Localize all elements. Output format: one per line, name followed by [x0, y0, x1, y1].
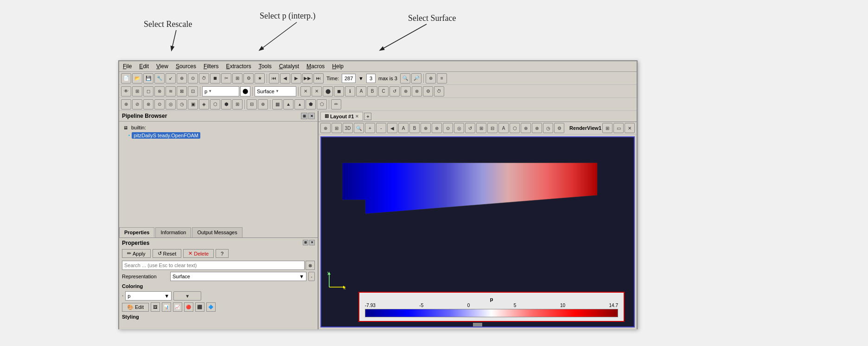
rv-btn8[interactable]: A [398, 123, 408, 133]
rv-btn21[interactable]: ◷ [543, 123, 553, 133]
tb-btn-r6[interactable]: ◷ [177, 99, 187, 109]
pipeline-foam-name[interactable]: pitzDailyS teady.OpenFOAM [132, 132, 200, 139]
rv-btn11[interactable]: ⊗ [432, 123, 442, 133]
rv-btn15[interactable]: ⊞ [476, 123, 486, 133]
p-interp-dropdown[interactable]: p ▼ [202, 86, 239, 96]
tb-btn-r10[interactable]: ⬢ [221, 99, 231, 109]
tb-btn-a2[interactable]: ⊡ [188, 86, 198, 96]
tb-btn-r2[interactable]: ⊘ [132, 99, 142, 109]
rv-btn18[interactable]: ⬡ [510, 123, 520, 133]
tb-btn-settings[interactable]: ⚙ [423, 86, 433, 96]
tb-btn-cam3[interactable]: ⊗ [412, 86, 422, 96]
rescale-btn[interactable]: ⬤ [240, 86, 250, 96]
rv-btn14[interactable]: ↺ [465, 123, 475, 133]
rv-btn2[interactable]: ⊞ [332, 123, 342, 133]
rv-btn6[interactable]: - [376, 123, 386, 133]
tb-btn-7[interactable]: ⊙ [188, 73, 198, 83]
tab-properties[interactable]: Properties [119, 227, 154, 237]
tab-information[interactable]: Information [155, 227, 191, 237]
tb-btn-stop[interactable]: ⏹ [210, 73, 220, 83]
tb-btn-extra2[interactable]: ≡ [437, 73, 447, 83]
edit-icon-btn1[interactable]: 🖼 [151, 302, 160, 312]
tb-btn-r4[interactable]: ⊙ [154, 99, 165, 109]
rv-ctrl2[interactable]: ▭ [613, 123, 624, 133]
delete-button[interactable]: ✕ Delete [183, 249, 214, 258]
tb-btn-clock[interactable]: ⏱ [199, 73, 209, 83]
tb-btn-prev[interactable]: ◀ [280, 73, 290, 83]
tb-new-btn[interactable]: 📄 [121, 73, 131, 83]
surface-dropdown[interactable]: Surface ▼ [255, 86, 296, 96]
tb-btn-r7[interactable]: ▣ [188, 99, 198, 109]
tb-btn-r5[interactable]: ◎ [166, 99, 176, 109]
rv-btn16[interactable]: ⊟ [487, 123, 498, 133]
tb-btn-last[interactable]: ⏭ [313, 73, 324, 83]
menu-tools[interactable]: Tools [257, 62, 274, 70]
tb-btn-first[interactable]: ⏮ [269, 73, 279, 83]
rv-btn7[interactable]: ◀ [387, 123, 397, 133]
search-input[interactable] [122, 261, 305, 270]
rv-btn12[interactable]: ⊙ [443, 123, 453, 133]
tb-btn-4[interactable]: 🔧 [154, 73, 165, 83]
tb-btn-r16[interactable]: ▴ [294, 99, 305, 109]
tb-btn-r15[interactable]: ▲ [283, 99, 294, 109]
tb-btn-r1[interactable]: ⊕ [121, 99, 131, 109]
tb-btn-reset-cam[interactable]: ↺ [389, 86, 400, 96]
pipeline-float-btn[interactable]: ⊞ [301, 113, 307, 119]
menu-view[interactable]: View [154, 62, 170, 70]
tb-btn-zoom-in[interactable]: 🔍 [400, 73, 410, 83]
tb-btn-r12[interactable]: ⊟ [247, 99, 257, 109]
layout-tab[interactable]: ⊞ Layout #1 ✕ [320, 112, 363, 121]
tb-btn-x2[interactable]: ✕ [312, 86, 322, 96]
coloring-dropdown[interactable]: p ▼ [125, 291, 172, 301]
menu-extractors[interactable]: Extractors [224, 62, 253, 70]
tb-btn-zoom-out[interactable]: 🔎 [411, 73, 421, 83]
tb-btn-r14[interactable]: ▦ [272, 99, 282, 109]
rv-btn9[interactable]: B [409, 123, 420, 133]
rv-ctrl1[interactable]: ⊞ [602, 123, 613, 133]
prop-close-btn[interactable]: ✕ [309, 240, 315, 245]
representation-dropdown[interactable]: Surface ▼ [170, 272, 306, 281]
tb-btn-5[interactable]: ↙ [166, 73, 176, 83]
tb-btn-layers[interactable]: ≋ [166, 86, 176, 96]
menu-macros[interactable]: Macros [305, 62, 326, 70]
edit-button[interactable]: 🎨 Edit [122, 303, 149, 312]
add-layout-btn[interactable]: + [364, 113, 371, 120]
apply-button[interactable]: ✏ Apply [122, 249, 151, 258]
rv-btn4[interactable]: 🔍 [354, 123, 364, 133]
rv-btn1[interactable]: ⊕ [320, 123, 331, 133]
tb-btn-r11[interactable]: ⊞ [232, 99, 243, 109]
tb-btn-clock2[interactable]: ⏱ [434, 86, 444, 96]
menu-edit[interactable]: Edit [137, 62, 151, 70]
tb-btn-cam2[interactable]: ⊕ [401, 86, 411, 96]
rv-btn19[interactable]: ⊕ [521, 123, 531, 133]
rv-btn20[interactable]: ⊗ [532, 123, 542, 133]
help-button[interactable]: ? [216, 249, 229, 258]
tb-btn-gear[interactable]: ⚙ [243, 73, 254, 83]
edit-icon-btn3[interactable]: 📈 [173, 302, 182, 312]
layout-tab-close[interactable]: ✕ [355, 114, 359, 119]
tb-btn-a1[interactable]: ⊠ [177, 86, 187, 96]
tb-btn-star[interactable]: ★ [255, 73, 265, 83]
rv-btn17[interactable]: A [498, 123, 509, 133]
tab-output-messages[interactable]: Output Messages [192, 227, 242, 237]
edit-icon-btn5[interactable]: ⬛ [195, 302, 204, 312]
tb-btn-r3[interactable]: ⊗ [143, 99, 153, 109]
tb-btn-cube[interactable]: ◻ [143, 86, 153, 96]
time-step-input[interactable] [366, 74, 376, 83]
tb-btn-next[interactable]: ▶▶ [302, 73, 313, 83]
rv-btn13[interactable]: ◎ [454, 123, 464, 133]
edit-icon-btn6[interactable]: 🔷 [206, 302, 216, 312]
menu-help[interactable]: Help [330, 62, 345, 70]
tb-btn-r18[interactable]: ⬠ [317, 99, 327, 109]
tb-btn-r17[interactable]: ⬟ [306, 99, 316, 109]
menu-sources[interactable]: Sources [174, 62, 198, 70]
coloring-extra-dropdown[interactable]: ▼ [173, 291, 201, 301]
tb-btn-6[interactable]: ⊕ [177, 73, 187, 83]
tb-btn-play[interactable]: ▶ [291, 73, 301, 83]
rv-btn22[interactable]: ⚙ [554, 123, 564, 133]
tb-open-btn[interactable]: 📂 [132, 73, 142, 83]
tb-btn-r9[interactable]: ⬡ [210, 99, 220, 109]
tb-btn-grid[interactable]: ⊞ [132, 86, 142, 96]
representation-extra-btn[interactable]: - [308, 272, 315, 281]
pipeline-close-btn[interactable]: ✕ [308, 113, 315, 119]
